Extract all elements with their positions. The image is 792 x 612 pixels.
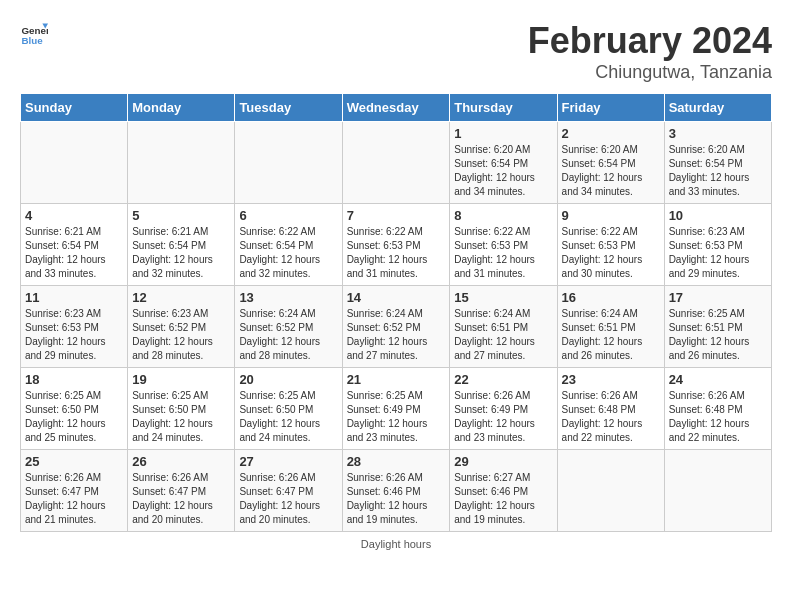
calendar-cell: 21Sunrise: 6:25 AM Sunset: 6:49 PM Dayli… — [342, 368, 450, 450]
day-info: Sunrise: 6:26 AM Sunset: 6:48 PM Dayligh… — [562, 389, 660, 445]
calendar-cell: 25Sunrise: 6:26 AM Sunset: 6:47 PM Dayli… — [21, 450, 128, 532]
day-number: 6 — [239, 208, 337, 223]
day-info: Sunrise: 6:24 AM Sunset: 6:52 PM Dayligh… — [239, 307, 337, 363]
day-number: 9 — [562, 208, 660, 223]
calendar-cell — [128, 122, 235, 204]
day-info: Sunrise: 6:23 AM Sunset: 6:53 PM Dayligh… — [669, 225, 767, 281]
calendar-table: Sunday Monday Tuesday Wednesday Thursday… — [20, 93, 772, 532]
calendar-week-3: 11Sunrise: 6:23 AM Sunset: 6:53 PM Dayli… — [21, 286, 772, 368]
day-number: 27 — [239, 454, 337, 469]
calendar-cell: 15Sunrise: 6:24 AM Sunset: 6:51 PM Dayli… — [450, 286, 557, 368]
day-info: Sunrise: 6:24 AM Sunset: 6:52 PM Dayligh… — [347, 307, 446, 363]
header-friday: Friday — [557, 94, 664, 122]
calendar-cell: 26Sunrise: 6:26 AM Sunset: 6:47 PM Dayli… — [128, 450, 235, 532]
day-info: Sunrise: 6:22 AM Sunset: 6:53 PM Dayligh… — [562, 225, 660, 281]
calendar-cell — [342, 122, 450, 204]
calendar-cell: 22Sunrise: 6:26 AM Sunset: 6:49 PM Dayli… — [450, 368, 557, 450]
calendar-cell: 10Sunrise: 6:23 AM Sunset: 6:53 PM Dayli… — [664, 204, 771, 286]
day-info: Sunrise: 6:25 AM Sunset: 6:50 PM Dayligh… — [25, 389, 123, 445]
day-number: 22 — [454, 372, 552, 387]
calendar-cell: 11Sunrise: 6:23 AM Sunset: 6:53 PM Dayli… — [21, 286, 128, 368]
calendar-cell — [21, 122, 128, 204]
footer-note: Daylight hours — [20, 538, 772, 550]
logo: General Blue — [20, 20, 48, 48]
day-info: Sunrise: 6:24 AM Sunset: 6:51 PM Dayligh… — [454, 307, 552, 363]
calendar-cell — [557, 450, 664, 532]
calendar-week-2: 4Sunrise: 6:21 AM Sunset: 6:54 PM Daylig… — [21, 204, 772, 286]
day-info: Sunrise: 6:20 AM Sunset: 6:54 PM Dayligh… — [562, 143, 660, 199]
header-monday: Monday — [128, 94, 235, 122]
day-number: 1 — [454, 126, 552, 141]
day-number: 29 — [454, 454, 552, 469]
day-info: Sunrise: 6:22 AM Sunset: 6:53 PM Dayligh… — [454, 225, 552, 281]
calendar-week-1: 1Sunrise: 6:20 AM Sunset: 6:54 PM Daylig… — [21, 122, 772, 204]
day-number: 15 — [454, 290, 552, 305]
day-number: 10 — [669, 208, 767, 223]
svg-text:Blue: Blue — [21, 35, 43, 46]
calendar-cell — [235, 122, 342, 204]
calendar-cell: 13Sunrise: 6:24 AM Sunset: 6:52 PM Dayli… — [235, 286, 342, 368]
day-info: Sunrise: 6:25 AM Sunset: 6:51 PM Dayligh… — [669, 307, 767, 363]
day-info: Sunrise: 6:26 AM Sunset: 6:47 PM Dayligh… — [132, 471, 230, 527]
day-number: 17 — [669, 290, 767, 305]
day-info: Sunrise: 6:20 AM Sunset: 6:54 PM Dayligh… — [454, 143, 552, 199]
day-info: Sunrise: 6:20 AM Sunset: 6:54 PM Dayligh… — [669, 143, 767, 199]
header-sunday: Sunday — [21, 94, 128, 122]
day-number: 8 — [454, 208, 552, 223]
day-number: 24 — [669, 372, 767, 387]
day-number: 2 — [562, 126, 660, 141]
calendar-cell: 2Sunrise: 6:20 AM Sunset: 6:54 PM Daylig… — [557, 122, 664, 204]
day-info: Sunrise: 6:27 AM Sunset: 6:46 PM Dayligh… — [454, 471, 552, 527]
days-header-row: Sunday Monday Tuesday Wednesday Thursday… — [21, 94, 772, 122]
day-info: Sunrise: 6:22 AM Sunset: 6:53 PM Dayligh… — [347, 225, 446, 281]
day-number: 18 — [25, 372, 123, 387]
day-info: Sunrise: 6:26 AM Sunset: 6:47 PM Dayligh… — [239, 471, 337, 527]
day-number: 23 — [562, 372, 660, 387]
header-thursday: Thursday — [450, 94, 557, 122]
day-info: Sunrise: 6:25 AM Sunset: 6:50 PM Dayligh… — [132, 389, 230, 445]
day-number: 4 — [25, 208, 123, 223]
title-block: February 2024 Chiungutwa, Tanzania — [528, 20, 772, 83]
calendar-cell: 6Sunrise: 6:22 AM Sunset: 6:54 PM Daylig… — [235, 204, 342, 286]
day-info: Sunrise: 6:21 AM Sunset: 6:54 PM Dayligh… — [25, 225, 123, 281]
day-info: Sunrise: 6:25 AM Sunset: 6:50 PM Dayligh… — [239, 389, 337, 445]
day-number: 16 — [562, 290, 660, 305]
day-number: 19 — [132, 372, 230, 387]
day-info: Sunrise: 6:24 AM Sunset: 6:51 PM Dayligh… — [562, 307, 660, 363]
day-number: 12 — [132, 290, 230, 305]
calendar-cell: 16Sunrise: 6:24 AM Sunset: 6:51 PM Dayli… — [557, 286, 664, 368]
page-header: General Blue February 2024 Chiungutwa, T… — [20, 20, 772, 83]
day-number: 26 — [132, 454, 230, 469]
day-number: 20 — [239, 372, 337, 387]
day-info: Sunrise: 6:25 AM Sunset: 6:49 PM Dayligh… — [347, 389, 446, 445]
calendar-cell: 14Sunrise: 6:24 AM Sunset: 6:52 PM Dayli… — [342, 286, 450, 368]
calendar-cell: 24Sunrise: 6:26 AM Sunset: 6:48 PM Dayli… — [664, 368, 771, 450]
calendar-cell — [664, 450, 771, 532]
calendar-cell: 27Sunrise: 6:26 AM Sunset: 6:47 PM Dayli… — [235, 450, 342, 532]
day-number: 21 — [347, 372, 446, 387]
calendar-cell: 29Sunrise: 6:27 AM Sunset: 6:46 PM Dayli… — [450, 450, 557, 532]
calendar-cell: 7Sunrise: 6:22 AM Sunset: 6:53 PM Daylig… — [342, 204, 450, 286]
day-info: Sunrise: 6:21 AM Sunset: 6:54 PM Dayligh… — [132, 225, 230, 281]
day-number: 7 — [347, 208, 446, 223]
calendar-cell: 9Sunrise: 6:22 AM Sunset: 6:53 PM Daylig… — [557, 204, 664, 286]
day-info: Sunrise: 6:22 AM Sunset: 6:54 PM Dayligh… — [239, 225, 337, 281]
calendar-cell: 4Sunrise: 6:21 AM Sunset: 6:54 PM Daylig… — [21, 204, 128, 286]
calendar-cell: 1Sunrise: 6:20 AM Sunset: 6:54 PM Daylig… — [450, 122, 557, 204]
day-info: Sunrise: 6:23 AM Sunset: 6:52 PM Dayligh… — [132, 307, 230, 363]
day-number: 11 — [25, 290, 123, 305]
calendar-cell: 12Sunrise: 6:23 AM Sunset: 6:52 PM Dayli… — [128, 286, 235, 368]
calendar-cell: 17Sunrise: 6:25 AM Sunset: 6:51 PM Dayli… — [664, 286, 771, 368]
header-saturday: Saturday — [664, 94, 771, 122]
calendar-cell: 20Sunrise: 6:25 AM Sunset: 6:50 PM Dayli… — [235, 368, 342, 450]
logo-icon: General Blue — [20, 20, 48, 48]
day-info: Sunrise: 6:26 AM Sunset: 6:48 PM Dayligh… — [669, 389, 767, 445]
header-tuesday: Tuesday — [235, 94, 342, 122]
header-wednesday: Wednesday — [342, 94, 450, 122]
calendar-cell: 19Sunrise: 6:25 AM Sunset: 6:50 PM Dayli… — [128, 368, 235, 450]
day-number: 25 — [25, 454, 123, 469]
day-info: Sunrise: 6:26 AM Sunset: 6:46 PM Dayligh… — [347, 471, 446, 527]
day-number: 28 — [347, 454, 446, 469]
calendar-cell: 3Sunrise: 6:20 AM Sunset: 6:54 PM Daylig… — [664, 122, 771, 204]
calendar-cell: 18Sunrise: 6:25 AM Sunset: 6:50 PM Dayli… — [21, 368, 128, 450]
